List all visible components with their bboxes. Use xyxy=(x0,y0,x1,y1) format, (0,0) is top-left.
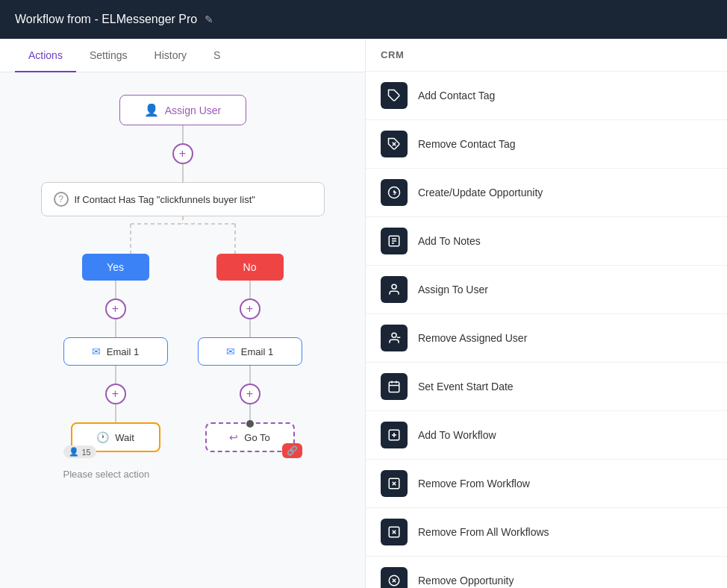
action-item-remove-assigned-user[interactable]: Remove Assigned User xyxy=(366,314,727,363)
assign-user-label: Assign User xyxy=(165,104,221,116)
action-label-remove-from-all-workflows: Remove From All Workflows xyxy=(418,526,549,538)
goto-dot-top xyxy=(246,420,254,428)
connector-1 xyxy=(182,125,184,143)
assign-user-node[interactable]: 👤 Assign User xyxy=(119,95,246,125)
user-badge: 👤 15 xyxy=(63,445,96,458)
action-item-set-event-start-date[interactable]: Set Event Start Date xyxy=(366,363,727,411)
branch-row: Yes + ✉ Email 1 + 🕐 Wait xyxy=(15,254,350,480)
add-btn-no[interactable]: + xyxy=(240,298,260,319)
action-label-add-to-notes: Add To Notes xyxy=(418,235,481,247)
action-item-assign-to-user[interactable]: Assign To User xyxy=(366,266,727,314)
svg-rect-18 xyxy=(389,382,399,392)
left-panel: Actions Settings History S 👤 Assign User… xyxy=(0,39,366,588)
action-icon-assign-to-user xyxy=(381,276,408,303)
yes-connector-2 xyxy=(115,319,116,337)
action-label-set-event-start-date: Set Event Start Date xyxy=(418,381,514,392)
no-connector-2 xyxy=(249,319,251,337)
branch-svg xyxy=(71,216,295,254)
svg-text:$: $ xyxy=(393,190,396,196)
email-icon-right: ✉ xyxy=(226,345,235,357)
clock-icon: 🕐 xyxy=(96,431,109,443)
svg-point-15 xyxy=(392,284,396,289)
crm-header: CRM xyxy=(366,39,727,72)
tabs-bar: Actions Settings History S xyxy=(0,39,365,72)
action-label-assign-to-user: Assign To User xyxy=(418,284,488,295)
question-icon: ? xyxy=(54,192,69,207)
workflow-title: Workflow from - ELMessenger Pro xyxy=(15,13,197,26)
goto-node[interactable]: ↩ Go To 🔗 xyxy=(205,422,295,452)
action-item-add-contact-tag[interactable]: Add Contact Tag xyxy=(366,72,727,120)
action-item-remove-opportunity[interactable]: Remove Opportunity xyxy=(366,557,727,588)
action-icon-add-to-workflow xyxy=(381,422,408,448)
action-label-remove-assigned-user: Remove Assigned User xyxy=(418,332,527,344)
action-label-remove-from-workflow: Remove From Workflow xyxy=(418,478,530,490)
action-item-remove-from-all-workflows[interactable]: Remove From All Workflows xyxy=(366,508,727,557)
wait-node[interactable]: 🕐 Wait 👤 15 xyxy=(71,422,160,452)
action-item-remove-contact-tag[interactable]: Remove Contact Tag xyxy=(366,120,727,169)
action-icon-remove-from-all-workflows xyxy=(381,519,408,545)
tab-settings[interactable]: Settings xyxy=(76,39,141,72)
action-list: Add Contact TagRemove Contact Tag$Create… xyxy=(366,72,727,588)
tab-history[interactable]: History xyxy=(141,39,201,72)
action-label-add-to-workflow: Add To Workflow xyxy=(418,429,496,441)
goto-label: Go To xyxy=(244,432,269,443)
action-icon-create-update-opportunity: $ xyxy=(381,179,408,206)
user-count: 15 xyxy=(82,448,91,457)
yes-button[interactable]: Yes xyxy=(82,254,149,281)
action-icon-set-event-start-date xyxy=(381,373,408,400)
no-connector-3 xyxy=(249,366,251,384)
no-button[interactable]: No xyxy=(216,254,284,281)
action-item-remove-from-workflow[interactable]: Remove From Workflow xyxy=(366,460,727,508)
workflow-canvas: 👤 Assign User + ? If Contact Has Tag "cl… xyxy=(0,72,365,588)
add-btn-yes-2[interactable]: + xyxy=(105,384,126,404)
action-item-add-to-notes[interactable]: Add To Notes xyxy=(366,217,727,266)
action-icon-remove-from-workflow xyxy=(381,470,408,497)
main-layout: Actions Settings History S 👤 Assign User… xyxy=(0,39,727,588)
user-icon: 👤 xyxy=(69,447,79,457)
action-icon-add-contact-tag xyxy=(381,82,408,109)
right-panel: CRM Add Contact TagRemove Contact Tag$Cr… xyxy=(366,39,727,588)
connector-2 xyxy=(182,164,184,182)
tab-extra[interactable]: S xyxy=(200,39,234,72)
email-node-right[interactable]: ✉ Email 1 xyxy=(198,337,302,366)
wait-label: Wait xyxy=(115,432,134,443)
action-icon-remove-opportunity xyxy=(381,567,408,588)
yes-connector-1 xyxy=(115,281,116,298)
workflow-nodes: 👤 Assign User + ? If Contact Has Tag "cl… xyxy=(15,87,350,480)
edit-icon[interactable]: ✎ xyxy=(205,13,213,25)
app-header: Workflow from - ELMessenger Pro ✎ xyxy=(0,0,727,39)
email-label-left: Email 1 xyxy=(107,346,139,357)
goto-icon: ↩ xyxy=(229,431,238,443)
yes-connector-4 xyxy=(115,404,116,422)
action-label-remove-opportunity: Remove Opportunity xyxy=(418,575,514,587)
email-icon-left: ✉ xyxy=(92,345,101,357)
action-item-create-update-opportunity[interactable]: $Create/Update Opportunity xyxy=(366,169,727,217)
action-icon-remove-contact-tag xyxy=(381,131,408,157)
action-icon-remove-assigned-user xyxy=(381,325,408,351)
please-select-label: Please select action xyxy=(63,469,168,480)
no-branch: No + ✉ Email 1 + ↩ xyxy=(198,254,302,452)
condition-node[interactable]: ? If Contact Has Tag "clickfunnels buyer… xyxy=(41,182,325,216)
email-node-left[interactable]: ✉ Email 1 xyxy=(63,337,168,366)
action-label-create-update-opportunity: Create/Update Opportunity xyxy=(418,187,543,198)
yes-connector-3 xyxy=(115,366,116,384)
add-btn-yes[interactable]: + xyxy=(105,298,126,319)
no-connector-1 xyxy=(249,281,251,298)
action-item-add-to-workflow[interactable]: Add To Workflow xyxy=(366,411,727,460)
condition-label: If Contact Has Tag "clickfunnels buyer l… xyxy=(75,194,255,205)
add-btn-no-2[interactable]: + xyxy=(240,384,260,404)
action-label-remove-contact-tag: Remove Contact Tag xyxy=(418,138,515,150)
email-label-right: Email 1 xyxy=(241,346,273,357)
svg-point-16 xyxy=(392,333,396,337)
link-icon-badge: 🔗 xyxy=(282,443,302,458)
add-btn-1[interactable]: + xyxy=(172,143,193,164)
action-icon-add-to-notes xyxy=(381,228,408,254)
tab-actions[interactable]: Actions xyxy=(15,39,76,72)
assign-user-icon: 👤 xyxy=(144,103,159,117)
yes-branch: Yes + ✉ Email 1 + 🕐 Wait xyxy=(63,254,168,480)
action-label-add-contact-tag: Add Contact Tag xyxy=(418,90,495,101)
